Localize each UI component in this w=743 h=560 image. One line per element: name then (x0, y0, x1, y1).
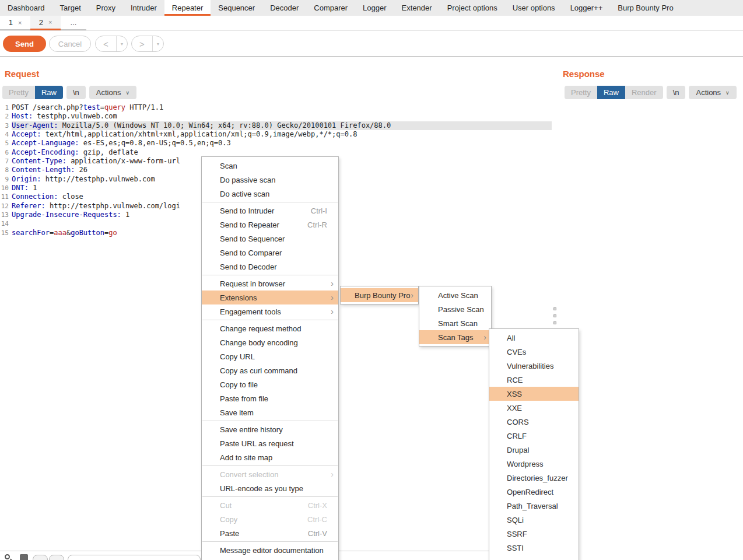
menu-item[interactable]: Copy as curl command (202, 363, 338, 377)
menu-item[interactable]: CRLF (489, 429, 579, 443)
line-number: 14 (0, 219, 9, 228)
menu-item[interactable]: Burp Repeater documentation (202, 557, 338, 560)
menubar-item[interactable]: Dashboard (0, 0, 52, 16)
cancel-button[interactable]: Cancel (49, 36, 91, 52)
menubar-item[interactable]: Target (52, 0, 89, 16)
menubar-item[interactable]: Proxy (89, 0, 123, 16)
menu-item[interactable]: Send to RepeaterCtrl-R (202, 218, 338, 232)
menu-item[interactable]: Engagement tools› (202, 304, 338, 318)
menu-item[interactable]: Passive Scan (419, 302, 491, 316)
menu-item[interactable]: Change request method (202, 321, 338, 335)
request-line[interactable]: 3User-Agent: Mozilla/5.0 (Windows NT 10.… (0, 121, 552, 130)
tab-raw[interactable]: Raw (35, 86, 63, 99)
menu-item[interactable]: Message editor documentation (202, 543, 338, 557)
search-next-button[interactable] (49, 555, 64, 560)
menu-item[interactable]: CVEs (489, 345, 579, 359)
request-toolbar: Pretty Raw \n Actions ∨ (2, 86, 136, 99)
menu-item[interactable]: Send to Decoder (202, 260, 338, 274)
menu-item[interactable]: Smart Scan (419, 316, 491, 330)
tab-pretty[interactable]: Pretty (565, 86, 597, 99)
menu-item[interactable]: Do passive scan (202, 173, 338, 187)
menu-item[interactable]: Save entire history (202, 422, 338, 436)
request-line[interactable]: 6Accept-Encoding: gzip, deflate (0, 148, 552, 157)
menu-item[interactable]: Vulnerabilities (489, 359, 579, 373)
send-button[interactable]: Send (3, 36, 46, 52)
menu-item[interactable]: CORS (489, 415, 579, 429)
newline-toggle-button[interactable]: \n (667, 86, 686, 99)
menu-item[interactable]: PasteCtrl-V (202, 526, 338, 540)
menubar-item[interactable]: Logger++ (563, 0, 611, 16)
menubar-item[interactable]: Decoder (262, 0, 306, 16)
menu-item[interactable]: Copy URL (202, 349, 338, 363)
menu-item[interactable]: Add to site map (202, 450, 338, 464)
response-actions-button[interactable]: Actions ∨ (689, 86, 736, 99)
back-dropdown-icon[interactable]: ▼ (116, 36, 127, 51)
menu-item[interactable]: Send to Comparer (202, 246, 338, 260)
search-prev-button[interactable] (33, 555, 48, 560)
request-line[interactable]: 2Host: testphp.vulnweb.com (0, 112, 552, 121)
menu-item[interactable]: Wordpress (489, 457, 579, 471)
submenu-arrow-icon: › (327, 307, 334, 316)
menu-item[interactable]: Send to Sequencer (202, 232, 338, 246)
forward-dropdown-icon[interactable]: ▼ (152, 36, 163, 51)
new-tab-overflow[interactable]: ... (61, 16, 86, 30)
menu-item[interactable]: Burp Bounty Pro› (341, 288, 418, 302)
repeater-tab[interactable]: 2× (30, 16, 61, 30)
tab-pretty[interactable]: Pretty (2, 86, 35, 99)
menubar-item[interactable]: Burp Bounty Pro (610, 0, 681, 16)
menubar-item[interactable]: Extender (394, 0, 440, 16)
menu-item[interactable]: Copy to file (202, 377, 338, 391)
search-input[interactable] (68, 555, 201, 560)
menu-item[interactable]: Do active scan (202, 187, 338, 201)
menu-item[interactable]: CutCtrl-X (202, 498, 338, 512)
menu-item[interactable]: Paste URL as request (202, 436, 338, 450)
menu-item[interactable]: Path_Traversal (489, 499, 579, 513)
menu-item[interactable]: Drupal (489, 443, 579, 457)
menu-item[interactable]: All (489, 331, 579, 345)
menu-item[interactable]: XSS (489, 387, 579, 401)
menubar-item[interactable]: Project options (440, 0, 505, 16)
menu-item[interactable]: Directories_fuzzer (489, 471, 579, 485)
menu-item[interactable]: URL-encode as you type (202, 481, 338, 495)
menu-item[interactable]: Save item (202, 405, 338, 419)
line-number: 4 (0, 130, 9, 139)
menu-item[interactable]: Convert selection› (202, 467, 338, 481)
menubar-item[interactable]: Repeater (164, 0, 211, 16)
menu-item[interactable]: Send to IntruderCtrl-I (202, 204, 338, 218)
menubar-item[interactable]: Comparer (306, 0, 355, 16)
menu-item[interactable]: Active Scan (419, 288, 491, 302)
repeater-tab[interactable]: 1× (0, 16, 30, 30)
menu-item[interactable]: Request in browser› (202, 276, 338, 290)
tab-render[interactable]: Render (625, 86, 663, 99)
request-line[interactable]: 5Accept-Language: es-ES,es;q=0.8,en-US;q… (0, 139, 552, 148)
menu-item[interactable]: Change body encoding (202, 335, 338, 349)
burp-bounty-submenu: Active ScanPassive ScanSmart ScanScan Ta… (419, 286, 492, 346)
menu-item[interactable]: Extensions› (202, 290, 338, 304)
back-button[interactable]: < (96, 36, 116, 51)
panel-splitter-handle[interactable] (553, 307, 556, 324)
close-icon[interactable]: × (48, 19, 52, 26)
forward-button[interactable]: > (132, 36, 152, 51)
tab-raw[interactable]: Raw (597, 86, 625, 99)
request-actions-button[interactable]: Actions ∨ (89, 86, 136, 99)
newline-toggle-button[interactable]: \n (66, 86, 86, 99)
menu-item[interactable]: Scan (202, 159, 338, 173)
menubar-item[interactable]: Logger (355, 0, 394, 16)
menubar-item[interactable]: Intruder (123, 0, 164, 16)
menu-item[interactable]: CopyCtrl-C (202, 512, 338, 526)
match-case-icon[interactable] (20, 554, 28, 560)
menu-item[interactable]: Paste from file (202, 391, 338, 405)
request-line[interactable]: 1POST /search.php?test=query HTTP/1.1 (0, 103, 552, 112)
menu-item[interactable]: Scan Tags› (419, 330, 491, 344)
search-icon[interactable] (5, 554, 10, 559)
menubar-item[interactable]: User options (505, 0, 563, 16)
request-line[interactable]: 4Accept: text/html,application/xhtml+xml… (0, 130, 552, 139)
menu-item[interactable]: SQLi (489, 513, 579, 527)
menu-item[interactable]: OpenRedirect (489, 485, 579, 499)
menubar-item[interactable]: Sequencer (211, 0, 262, 16)
menu-item[interactable]: SSTI (489, 541, 579, 555)
menu-item[interactable]: RCE (489, 373, 579, 387)
menu-item[interactable]: XXE (489, 401, 579, 415)
menu-item[interactable]: SSRF (489, 527, 579, 541)
close-icon[interactable]: × (18, 19, 22, 26)
